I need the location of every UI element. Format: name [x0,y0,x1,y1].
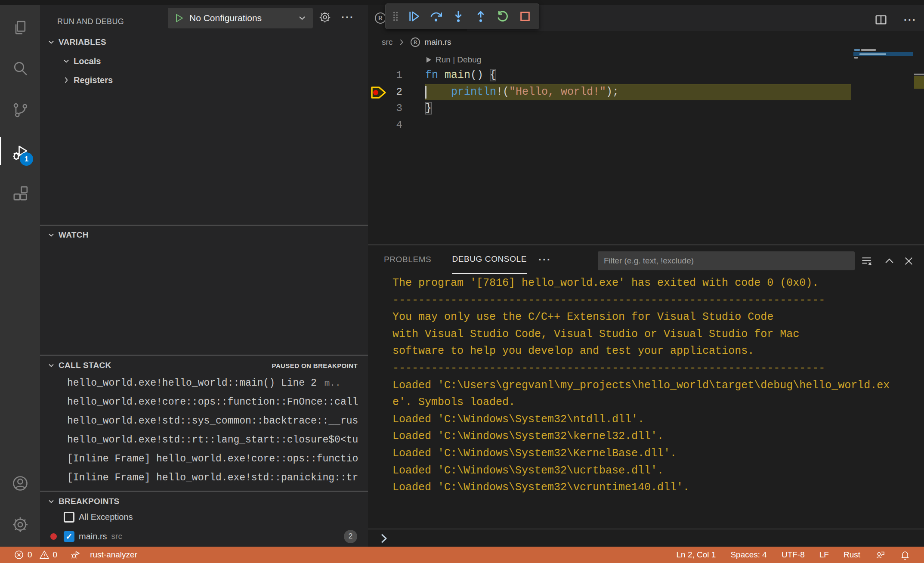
line-number: 1 [368,67,405,84]
breadcrumb-folder[interactable]: src [382,37,392,47]
stack-frame[interactable]: hello_world.exe!std::rt::lang_start::clo… [40,430,368,449]
continue-icon[interactable] [405,6,423,27]
active-view-indicator [0,137,1,165]
breakpoint-all-exceptions-row[interactable]: All Exceptions [40,507,368,526]
console-output-line: Loaded 'C:\Windows\System32\ucrtbase.dll… [392,462,909,479]
clear-console-icon[interactable] [859,253,874,269]
overview-ruler [914,5,924,244]
stack-frame[interactable]: hello_world.exe!core::ops::function::FnO… [40,393,368,411]
indentation-status[interactable]: Spaces: 4 [726,547,771,563]
chevron-down-icon [46,361,56,370]
mainrs-breakpoint-checkbox[interactable]: ✓ [64,531,74,542]
code-area[interactable]: fn main() { println!("Hello, world!");} [425,67,851,133]
console-output-line: Loaded 'C:\Windows\System32\ntdll.dll'. [392,411,909,428]
cursor-position-status[interactable]: Ln 2, Col 1 [672,547,720,563]
bottom-panel: PROBLEMS DEBUG CONSOLE ··· The program '… [368,244,924,547]
console-output-line: Loaded 'C:\Windows\System32\KernelBase.d… [392,445,909,462]
restart-icon[interactable] [493,6,512,27]
code-line[interactable]: fn main() { [425,67,851,84]
explorer-icon[interactable] [0,12,40,43]
eol-status[interactable]: LF [815,547,833,563]
code-line[interactable]: println!("Hello, world!"); [425,84,851,101]
views-more-actions-icon[interactable]: ··· [340,9,355,25]
console-output-line: Loaded 'C:\Windows\System32\kernel32.dll… [392,428,909,445]
run-and-debug-sidebar: RUN AND DEBUG No Configurations ··· VARI… [40,5,368,547]
text-cursor [425,86,426,99]
error-icon [14,550,24,560]
split-editor-icon[interactable] [871,9,890,30]
chevron-down-icon [46,497,56,506]
editor-gutter[interactable]: 1234 [368,67,405,133]
line-number: 3 [368,100,405,117]
step-into-icon[interactable] [449,6,468,27]
source-control-icon[interactable] [0,95,40,126]
activity-bar: 1 [0,5,40,547]
watch-section-header[interactable]: WATCH [40,226,368,244]
toolbar-drag-grip[interactable] [390,6,401,27]
breadcrumb[interactable]: src R main.rs [382,35,451,49]
console-output-line: You may only use the C/C++ Extension for… [392,309,909,326]
line-number: 4 [368,117,405,134]
stack-frame[interactable]: [Inline Frame] hello_world.exe!std::pani… [40,468,368,487]
debug-badge: 1 [20,152,33,166]
vscode-window: 1 RUN AND DEBUG No Configurations ··· VA… [0,0,924,563]
close-panel-icon[interactable] [901,253,916,269]
breakpoint-count-badge: 2 [344,530,357,543]
section-divider[interactable] [40,355,368,356]
minimap[interactable] [853,43,913,108]
variables-section-header[interactable]: VARIABLES [40,33,368,52]
step-over-icon[interactable] [426,6,445,27]
debug-bug-icon [70,550,80,560]
stop-icon[interactable] [516,6,535,27]
stack-frame[interactable]: [Inline Frame] hello_world.exe!core::ops… [40,449,368,468]
stack-frame[interactable]: hello_world.exe!std::sys_common::backtra… [40,411,368,430]
breakpoint-dot-icon [50,533,57,540]
status-bar: 0 0 rust-analyzer Ln 2, Col 1 Spaces: 4 … [0,547,924,563]
feedback-icon[interactable] [871,547,890,563]
call-stack-section-header[interactable]: CALL STACK PAUSED ON BREAKPOINT [40,356,368,375]
section-divider[interactable] [40,491,368,492]
console-output-line: with Visual Studio Code, Visual Studio o… [392,326,909,343]
console-filter-input[interactable] [598,251,855,270]
warning-icon [39,550,49,560]
all-exceptions-checkbox[interactable] [64,512,74,523]
encoding-status[interactable]: UTF-8 [777,547,809,563]
problems-status[interactable]: 0 0 [9,547,62,563]
run-and-debug-icon[interactable] [0,137,40,168]
search-icon[interactable] [0,53,40,84]
variables-locals-item[interactable]: Locals [40,52,368,71]
console-output-line: The program '[7816] hello_world.exe' has… [392,275,909,292]
debug-toolbar[interactable] [385,3,539,29]
panel-more-tabs-icon[interactable]: ··· [538,245,551,274]
settings-gear-icon[interactable] [0,509,40,540]
tab-debug-console[interactable]: DEBUG CONSOLE [452,245,527,274]
ruler-cursor-mark [914,74,924,75]
code-line[interactable] [425,117,851,134]
rust-file-icon: R [375,12,386,24]
rust-file-icon: R [411,37,420,47]
tab-problems[interactable]: PROBLEMS [384,245,431,274]
rust-analyzer-status[interactable]: rust-analyzer [66,547,142,563]
panel-tabs: PROBLEMS DEBUG CONSOLE [384,245,527,274]
debug-settings-gear-icon[interactable] [317,9,333,25]
notifications-bell-icon[interactable] [896,547,915,563]
console-output-line: Loaded 'C:\Windows\System32\vcruntime140… [392,479,909,496]
breakpoint-mainrs-row[interactable]: ✓ main.rs src 2 [40,527,368,546]
stack-frame[interactable]: hello_world.exe!hello_world::main() Line… [40,374,368,393]
debug-configuration-select[interactable]: No Configurations [168,8,313,28]
chevron-down-icon [62,56,71,66]
account-icon[interactable] [0,468,40,499]
breadcrumb-file[interactable]: main.rs [424,37,451,47]
language-mode-status[interactable]: Rust [839,547,865,563]
maximize-panel-icon[interactable] [881,253,897,269]
paused-on-breakpoint-badge: PAUSED ON BREAKPOINT [272,362,358,369]
breakpoint-current-line-icon[interactable] [370,85,388,100]
variables-registers-item[interactable]: Registers [40,71,368,90]
sidebar-title: RUN AND DEBUG [57,17,124,26]
run-debug-code-lens[interactable]: Run | Debug [425,53,481,66]
console-output[interactable]: The program '[7816] hello_world.exe' has… [392,275,909,496]
code-line[interactable]: } [425,100,851,117]
extensions-icon[interactable] [0,178,40,209]
repl-prompt-chevron-icon[interactable] [377,532,390,545]
step-out-icon[interactable] [471,6,490,27]
